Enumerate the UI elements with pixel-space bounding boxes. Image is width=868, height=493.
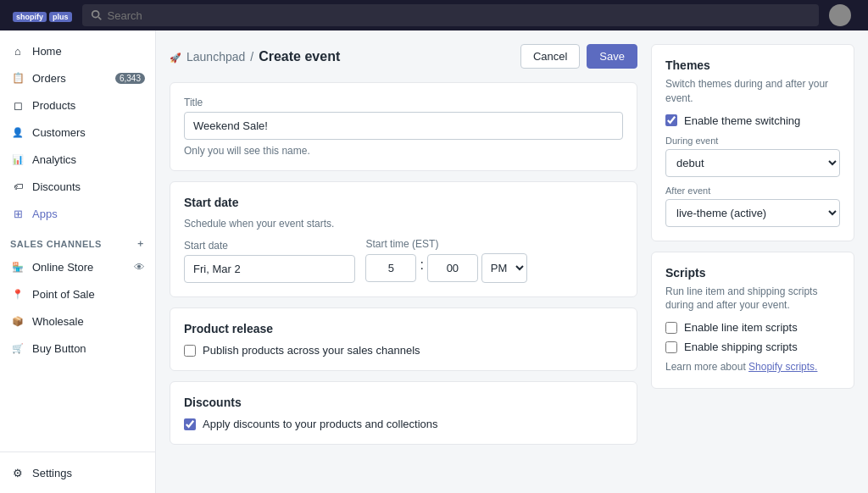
minute-input[interactable] <box>427 254 478 282</box>
start-date-title: Start date <box>184 196 623 209</box>
topbar: shopifyplus <box>0 0 868 30</box>
publish-products-label[interactable]: Publish products across your sales chann… <box>203 344 420 357</box>
wholesale-icon <box>10 313 25 329</box>
shipping-scripts-checkbox[interactable] <box>665 341 677 353</box>
learn-more-prefix: Learn more about <box>665 361 748 373</box>
plus-badge: plus <box>49 12 72 22</box>
main-layout: Home Orders 6,343 Products Customers Ana… <box>0 30 868 493</box>
ampm-select[interactable]: AM PM <box>481 253 527 283</box>
enable-theme-checkbox[interactable] <box>665 114 677 126</box>
save-button[interactable]: Save <box>587 44 637 69</box>
time-separator: : <box>420 258 423 280</box>
title-input[interactable] <box>184 112 623 140</box>
product-release-card: Product release Publish products across … <box>170 307 637 371</box>
title-card: Title Only you will see this name. <box>170 82 637 171</box>
title-helper-text: Only you will see this name. <box>184 145 623 157</box>
shopify-scripts-link[interactable]: Shopify scripts. <box>748 361 817 373</box>
start-date-label: Start date <box>184 240 355 252</box>
scripts-description: Run line item and shipping scripts durin… <box>665 285 840 313</box>
discounts-card: Discounts Apply discounts to your produc… <box>170 381 637 445</box>
search-input[interactable] <box>108 9 810 22</box>
start-date-description: Schedule when your event starts. <box>184 218 623 230</box>
discounts-checkbox-row: Apply discounts to your products and col… <box>184 418 623 430</box>
after-event-select[interactable]: debut live-theme (active) <box>665 199 840 227</box>
sidebar-label-products: Products <box>32 99 75 112</box>
sidebar: Home Orders 6,343 Products Customers Ana… <box>0 30 156 493</box>
time-field: Start time (EST) : AM PM <box>365 238 623 283</box>
sidebar-item-analytics[interactable]: Analytics <box>0 146 155 173</box>
customers-icon <box>10 125 25 140</box>
sidebar-item-orders[interactable]: Orders 6,343 <box>0 64 155 91</box>
discounts-title: Discounts <box>184 396 623 409</box>
apply-discounts-label[interactable]: Apply discounts to your products and col… <box>203 418 438 430</box>
publish-products-checkbox[interactable] <box>184 345 196 357</box>
date-field: Start date <box>184 240 355 283</box>
apply-discounts-checkbox[interactable] <box>184 418 196 430</box>
sidebar-item-pos[interactable]: Point of Sale <box>0 280 155 307</box>
sidebar-item-home[interactable]: Home <box>0 37 155 64</box>
sidebar-label-settings: Settings <box>32 467 72 479</box>
enable-theme-row: Enable theme switching <box>665 114 840 127</box>
breadcrumb: Launchpad / Create event <box>170 49 340 64</box>
right-panel: Themes Switch themes during and after yo… <box>651 44 854 479</box>
hour-input[interactable] <box>365 254 416 282</box>
pos-icon <box>10 286 25 302</box>
sidebar-item-wholesale[interactable]: Wholesale <box>0 307 155 335</box>
sidebar-item-apps[interactable]: Apps <box>0 200 155 227</box>
buy-button-icon <box>10 341 25 356</box>
svg-line-1 <box>98 17 101 19</box>
orders-badge: 6,343 <box>115 73 145 84</box>
apps-icon <box>10 206 25 221</box>
sidebar-label-home: Home <box>32 45 62 58</box>
themes-description: Switch themes during and after your even… <box>665 77 840 106</box>
page-title: Create event <box>259 49 340 64</box>
sidebar-item-settings[interactable]: Settings <box>0 459 155 486</box>
cancel-button[interactable]: Cancel <box>520 44 580 69</box>
sidebar-item-discounts[interactable]: Discounts <box>0 173 155 200</box>
line-item-scripts-label[interactable]: Enable line item scripts <box>684 321 798 334</box>
home-icon <box>10 43 25 58</box>
during-event-select[interactable]: debut live-theme (active) <box>665 149 840 177</box>
sidebar-label-orders: Orders <box>32 72 66 85</box>
after-event-label: After event <box>665 186 840 196</box>
page-container: Launchpad / Create event Cancel Save Tit… <box>170 44 637 479</box>
scripts-panel: Scripts Run line item and shipping scrip… <box>651 252 854 389</box>
enable-theme-label[interactable]: Enable theme switching <box>684 114 800 127</box>
breadcrumb-link[interactable]: Launchpad <box>186 50 245 64</box>
shipping-scripts-row: Enable shipping scripts <box>665 341 840 353</box>
online-store-icon <box>10 259 25 274</box>
sidebar-item-products[interactable]: Products <box>0 91 155 119</box>
sidebar-label-pos: Point of Sale <box>32 288 95 301</box>
header-actions: Cancel Save <box>520 44 637 69</box>
discounts-icon <box>10 179 25 194</box>
start-time-label: Start time (EST) <box>365 238 526 250</box>
sidebar-item-buy-button[interactable]: Buy Button <box>0 335 155 362</box>
svg-point-0 <box>92 11 98 18</box>
settings-icon <box>10 465 25 480</box>
sidebar-nav: Home Orders 6,343 Products Customers Ana… <box>0 30 155 451</box>
sidebar-item-online-store[interactable]: Online Store 👁 <box>0 253 155 280</box>
product-release-title: Product release <box>184 322 623 335</box>
start-date-input[interactable] <box>184 255 355 283</box>
logo-text: shopify <box>13 12 47 22</box>
search-bar[interactable] <box>82 4 819 26</box>
themes-panel: Themes Switch themes during and after yo… <box>651 44 854 241</box>
eye-icon[interactable]: 👁 <box>134 261 145 274</box>
title-label: Title <box>184 97 623 108</box>
during-event-label: During event <box>665 136 840 146</box>
scripts-title: Scripts <box>665 266 840 280</box>
sidebar-label-analytics: Analytics <box>32 153 76 166</box>
sidebar-bottom: Settings <box>0 451 155 493</box>
launchpad-icon <box>170 50 181 64</box>
main-content: Launchpad / Create event Cancel Save Tit… <box>156 30 868 493</box>
sales-channels-header: SALES CHANNELS ＋ <box>0 227 155 253</box>
shipping-scripts-label[interactable]: Enable shipping scripts <box>684 341 798 353</box>
topbar-right <box>829 4 858 26</box>
sidebar-item-customers[interactable]: Customers <box>0 119 155 146</box>
sales-channels-label: SALES CHANNELS <box>10 239 102 249</box>
sidebar-label-wholesale: Wholesale <box>32 315 84 328</box>
add-sales-channel-icon[interactable]: ＋ <box>136 237 146 250</box>
logo: shopifyplus <box>10 9 72 22</box>
line-item-scripts-checkbox[interactable] <box>665 322 677 334</box>
products-icon <box>10 97 25 113</box>
